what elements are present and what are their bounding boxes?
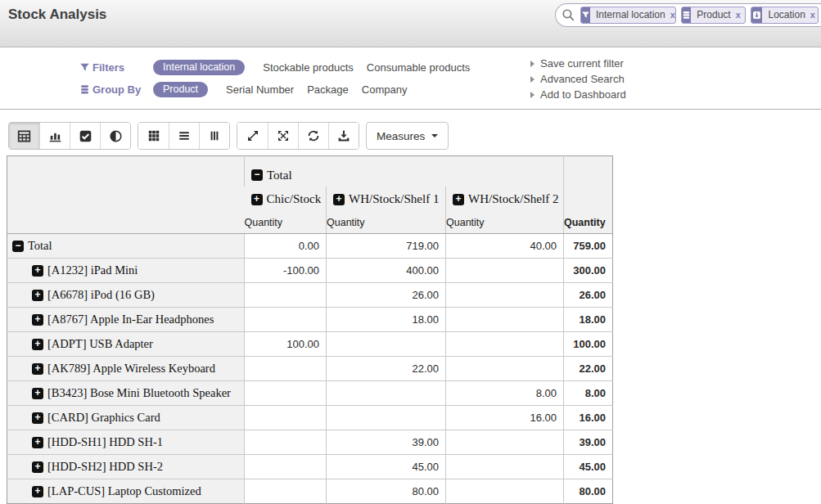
refresh-button[interactable]: [298, 123, 328, 149]
expand-row-icon[interactable]: +: [32, 265, 43, 277]
column-header-chic-stock[interactable]: + Chic/Stock: [245, 187, 327, 213]
row-header[interactable]: +[HDD-SH2] HDD SH-2: [7, 455, 245, 479]
group-by-company[interactable]: Company: [362, 83, 408, 96]
row-header[interactable]: +[B3423] Bose Mini Bluetooth Speaker: [7, 381, 245, 406]
collapse-column-icon[interactable]: −: [251, 169, 263, 181]
filter-consumable-products[interactable]: Consumable products: [367, 61, 470, 74]
row-header[interactable]: +[HDD-SH1] HDD SH-1: [7, 430, 245, 455]
cell-total-quantity: 300.00: [564, 259, 613, 283]
row-header[interactable]: +[A6678] iPod (16 GB): [7, 283, 245, 308]
group-by-serial-number[interactable]: Serial Number: [226, 83, 294, 96]
cell-quantity: [446, 259, 564, 283]
cell-quantity: [245, 455, 327, 479]
column-group-header-row: − Total: [7, 156, 613, 187]
download-button[interactable]: [328, 123, 359, 149]
expand-button[interactable]: [237, 123, 268, 149]
expand-row-icon[interactable]: +: [32, 290, 43, 301]
table-row: +[LAP-CUS] Laptop Customized 80.00 80.00: [7, 479, 613, 504]
actions-group: [237, 122, 359, 150]
table-view-button[interactable]: [9, 123, 39, 149]
row-header[interactable]: −Total: [7, 234, 245, 259]
expand-row-icon[interactable]: +: [32, 486, 43, 497]
check-square-view-button[interactable]: [70, 123, 100, 149]
row-header[interactable]: +[CARD] Graphics Card: [7, 406, 245, 430]
cell-total-quantity: 26.00: [564, 283, 613, 308]
measure-header[interactable]: Quantity: [327, 213, 446, 234]
search-facet-internal-location[interactable]: Internal location x: [580, 7, 676, 24]
link-label: Save current filter: [540, 56, 624, 71]
row-header[interactable]: +[AK789] Apple Wireless Keyboard: [7, 357, 245, 381]
row-label: [A1232] iPad Mini: [47, 263, 138, 277]
cell-quantity: 26.00: [327, 283, 446, 308]
search-facet-product[interactable]: Product x: [681, 7, 746, 24]
save-current-filter-link[interactable]: Save current filter: [530, 56, 626, 71]
measures-dropdown-button[interactable]: Measures: [366, 122, 449, 150]
contrast-view-button[interactable]: [100, 123, 130, 149]
cell-quantity: [446, 283, 564, 308]
table-row: +[A1232] iPad Mini -100.00 400.00 300.00: [7, 259, 613, 283]
row-header[interactable]: +[A1232] iPad Mini: [7, 259, 245, 283]
facet-remove-button[interactable]: x: [809, 7, 819, 23]
cell-quantity: 100.00: [245, 332, 327, 357]
group-by-product[interactable]: Product: [153, 82, 208, 97]
group-by-row: Group By Product Serial Number Package C…: [77, 82, 420, 97]
row-header[interactable]: +[LAP-CUS] Laptop Customized: [7, 479, 245, 504]
rows-layout-button[interactable]: [169, 123, 199, 149]
measure-header[interactable]: Quantity: [446, 213, 564, 234]
row-header[interactable]: +[ADPT] USB Adapter: [7, 332, 245, 357]
expand-row-icon[interactable]: +: [32, 461, 43, 473]
group-by-package[interactable]: Package: [307, 83, 349, 96]
expand-row-icon[interactable]: +: [32, 412, 43, 424]
search-links: Save current filter Advanced Search Add …: [530, 56, 626, 103]
check-square-icon: [79, 129, 92, 143]
filter-internal-location[interactable]: Internal location: [153, 60, 245, 75]
measure-header[interactable]: Quantity: [245, 213, 327, 234]
expand-row-icon[interactable]: +: [32, 314, 43, 326]
columns-layout-button[interactable]: [199, 123, 229, 149]
row-label: [A6678] iPod (16 GB): [47, 288, 155, 302]
column-header-label: WH/Stock/Shelf 1: [349, 192, 439, 206]
row-header[interactable]: +[A8767] Apple In-Ear Headphones: [7, 308, 245, 332]
cell-quantity: [327, 406, 446, 430]
column-group-total-header[interactable]: − Total: [245, 156, 564, 187]
filter-stockable-products[interactable]: Stockable products: [263, 61, 354, 74]
bar-chart-view-button[interactable]: [39, 123, 70, 149]
search-facet-location[interactable]: Location x: [751, 7, 819, 24]
expand-column-icon[interactable]: +: [333, 194, 345, 205]
cell-quantity: [245, 430, 327, 455]
total-measure-header[interactable]: Quantity: [564, 213, 613, 234]
pivot-table: − Total + Chic/Stock + WH/Stock/Shelf: [7, 155, 613, 504]
cell-quantity: 400.00: [327, 259, 446, 283]
facet-remove-button[interactable]: x: [669, 7, 677, 23]
cell-quantity: [446, 430, 564, 455]
facet-remove-button[interactable]: x: [734, 7, 746, 23]
expand-all-button[interactable]: [268, 123, 298, 149]
expand-row-icon[interactable]: +: [32, 437, 43, 448]
column-header-label: Chic/Stock: [267, 192, 322, 206]
row-label: Total: [28, 239, 52, 253]
add-to-dashboard-link[interactable]: Add to Dashboard: [530, 88, 626, 102]
link-label: Add to Dashboard: [540, 88, 626, 102]
row-label: [ADPT] USB Adapter: [47, 337, 153, 351]
cell-quantity: 16.00: [446, 406, 564, 430]
facet-label: Location: [762, 7, 808, 23]
location-arrow-icon: [751, 7, 762, 23]
grid-layout-button[interactable]: [138, 123, 169, 149]
column-header-wh-stock-shelf-2[interactable]: + WH/Stock/Shelf 2: [446, 187, 564, 213]
expand-row-icon[interactable]: +: [32, 388, 43, 399]
search-bar[interactable]: Internal location x Product x Location x: [555, 3, 821, 27]
expand-column-icon[interactable]: +: [453, 194, 464, 205]
cell-total-quantity: 16.00: [564, 406, 613, 430]
expand-row-icon[interactable]: +: [32, 363, 43, 375]
cell-quantity: [327, 332, 446, 357]
table-row: +[AK789] Apple Wireless Keyboard 22.00 2…: [7, 357, 613, 381]
column-header-wh-stock-shelf-1[interactable]: + WH/Stock/Shelf 1: [327, 187, 446, 213]
expand-row-icon[interactable]: +: [32, 339, 43, 350]
advanced-search-link[interactable]: Advanced Search: [530, 72, 626, 87]
cell-total-quantity: 80.00: [564, 479, 613, 504]
table-row-total: −Total 0.00 719.00 40.00 759.00: [7, 234, 613, 259]
cell-total-quantity: 39.00: [564, 430, 613, 455]
collapse-row-icon[interactable]: −: [12, 241, 24, 252]
cell-quantity: 22.00: [327, 357, 446, 381]
expand-column-icon[interactable]: +: [251, 194, 263, 205]
